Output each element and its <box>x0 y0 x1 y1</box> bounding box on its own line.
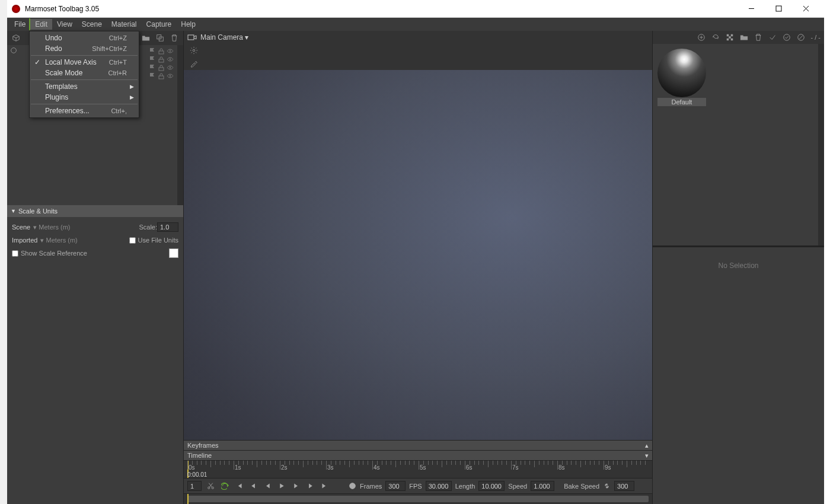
menu-item-local-move[interactable]: ✓Local Move AxisCtrl+T <box>30 57 139 68</box>
frames-field[interactable]: 300 <box>385 481 406 491</box>
play-forward-icon[interactable] <box>290 481 301 492</box>
expand-up-icon[interactable]: ▴ <box>645 442 649 449</box>
eye-icon[interactable] <box>167 47 174 55</box>
submenu-arrow-icon: ▶ <box>130 84 134 90</box>
lock-icon[interactable] <box>158 47 165 55</box>
assign-icon[interactable] <box>766 31 779 44</box>
settings-icon[interactable] <box>187 44 200 57</box>
lock-icon[interactable] <box>158 72 165 79</box>
scale-input[interactable] <box>157 222 178 232</box>
object-mode-icon[interactable] <box>9 31 23 44</box>
flag-icon[interactable] <box>149 56 156 63</box>
menu-material[interactable]: Material <box>107 19 142 30</box>
bake-frames-field[interactable]: 300 <box>614 481 634 491</box>
play-reverse-icon[interactable] <box>262 481 273 492</box>
link-icon[interactable] <box>603 482 611 490</box>
ruler-tick-label: 4s <box>374 464 380 471</box>
scale-units-header[interactable]: ▼ Scale & Units <box>7 205 183 217</box>
close-button[interactable] <box>792 0 819 18</box>
fps-field[interactable]: 30.000 <box>426 481 452 491</box>
svg-rect-23 <box>729 36 731 39</box>
imported-units-dropdown[interactable]: ▾ Meters (m) <box>39 237 77 244</box>
timeline-scroll-thumb[interactable] <box>187 496 649 502</box>
use-file-units-checkbox[interactable]: Use File Units <box>129 237 178 244</box>
eye-icon[interactable] <box>167 56 174 63</box>
circle-check-icon[interactable] <box>780 31 793 44</box>
circle-slash-icon[interactable] <box>794 31 807 44</box>
imported-units-label: Imported <box>12 237 37 244</box>
menu-separator <box>31 104 138 104</box>
frame-back-icon[interactable] <box>248 481 258 492</box>
menu-separator <box>31 55 138 56</box>
flag-icon[interactable] <box>149 64 156 71</box>
timeline-scroll-playhead <box>187 494 189 504</box>
scale-units-panel: Scene ▾ Meters (m) Scale: Imported ▾ Met… <box>7 217 183 263</box>
expand-down-icon[interactable]: ▾ <box>645 452 649 460</box>
outliner-scrollbar[interactable] <box>177 45 183 205</box>
camera-dropdown[interactable]: Main Camera ▾ <box>200 33 248 42</box>
menu-help[interactable]: Help <box>176 19 200 30</box>
eye-icon[interactable] <box>167 64 174 71</box>
menu-view[interactable]: View <box>52 19 77 30</box>
menu-edit[interactable]: Edit <box>30 19 52 30</box>
skip-start-icon[interactable] <box>234 481 244 492</box>
scale-ref-color-swatch[interactable] <box>169 248 178 258</box>
loop-icon[interactable] <box>219 481 230 492</box>
skip-end-icon[interactable] <box>319 481 330 492</box>
speed-field[interactable]: 1.000 <box>531 481 554 491</box>
menu-item-plugins[interactable]: Plugins▶ <box>30 92 139 103</box>
menu-item-templates[interactable]: Templates▶ <box>30 81 139 92</box>
timeline-current-time: 0:00.01 <box>187 471 207 478</box>
eyedropper-icon[interactable] <box>187 57 200 70</box>
current-frame-field[interactable]: 1 <box>187 481 202 491</box>
menu-item-preferences[interactable]: Preferences...Ctrl+, <box>30 106 139 116</box>
minimize-button[interactable] <box>738 0 765 18</box>
length-field[interactable]: 10.000 <box>478 481 505 491</box>
lock-icon[interactable] <box>158 64 165 71</box>
refresh-icon[interactable] <box>709 31 722 44</box>
svg-rect-13 <box>159 76 164 79</box>
frame-forward-icon[interactable] <box>305 481 315 492</box>
svg-rect-7 <box>159 51 164 54</box>
cut-icon[interactable] <box>205 481 216 492</box>
add-icon[interactable] <box>695 31 708 44</box>
trash-icon[interactable] <box>752 31 765 44</box>
folder-icon[interactable] <box>738 31 751 44</box>
eye-icon[interactable] <box>167 72 174 79</box>
duplicate-icon[interactable] <box>154 31 167 44</box>
keyframes-header[interactable]: Keyframes ▴ <box>184 440 652 450</box>
material-browser[interactable]: Default <box>653 44 818 245</box>
timeline-scrollbar[interactable] <box>184 493 652 504</box>
checker-icon[interactable] <box>723 31 736 44</box>
folder-icon[interactable] <box>139 31 152 44</box>
menu-item-scale-mode[interactable]: Scale ModeCtrl+R <box>30 68 139 78</box>
material-item[interactable]: Default <box>657 49 813 106</box>
material-name: Default <box>657 98 706 106</box>
show-scale-ref-checkbox[interactable]: Show Scale Reference <box>12 250 87 257</box>
menubar: File Edit View Scene Material Capture He… <box>7 18 824 31</box>
ruler-tick-label: 3s <box>327 464 334 471</box>
materials-scrollbar[interactable] <box>818 44 824 245</box>
ruler-tick-label: 2s <box>281 464 288 471</box>
disclosure-triangle-icon: ▼ <box>11 208 16 214</box>
lock-icon[interactable] <box>158 56 165 63</box>
timeline-header[interactable]: Timeline ▾ <box>184 450 652 460</box>
svg-point-6 <box>11 48 17 53</box>
flag-icon[interactable] <box>149 72 156 79</box>
maximize-button[interactable] <box>765 0 792 18</box>
3d-viewport[interactable] <box>184 70 652 440</box>
edit-menu-dropdown: UndoCtrl+Z RedoShift+Ctrl+Z ✓Local Move … <box>29 31 139 118</box>
trash-icon[interactable] <box>168 31 181 44</box>
menu-item-redo[interactable]: RedoShift+Ctrl+Z <box>30 43 139 54</box>
menu-scene[interactable]: Scene <box>77 19 107 30</box>
menu-item-undo[interactable]: UndoCtrl+Z <box>30 33 139 43</box>
material-preview-sphere <box>657 49 706 97</box>
scene-root-icon <box>9 46 18 55</box>
menu-file[interactable]: File <box>9 19 30 30</box>
svg-point-12 <box>170 67 171 68</box>
timeline-ruler[interactable]: 0:00.01 0s1s2s3s4s5s6s7s8s9s <box>184 460 652 478</box>
scene-units-dropdown[interactable]: ▾ Meters (m) <box>31 224 70 231</box>
flag-icon[interactable] <box>149 47 156 55</box>
play-icon[interactable] <box>276 481 287 492</box>
menu-capture[interactable]: Capture <box>142 19 177 30</box>
